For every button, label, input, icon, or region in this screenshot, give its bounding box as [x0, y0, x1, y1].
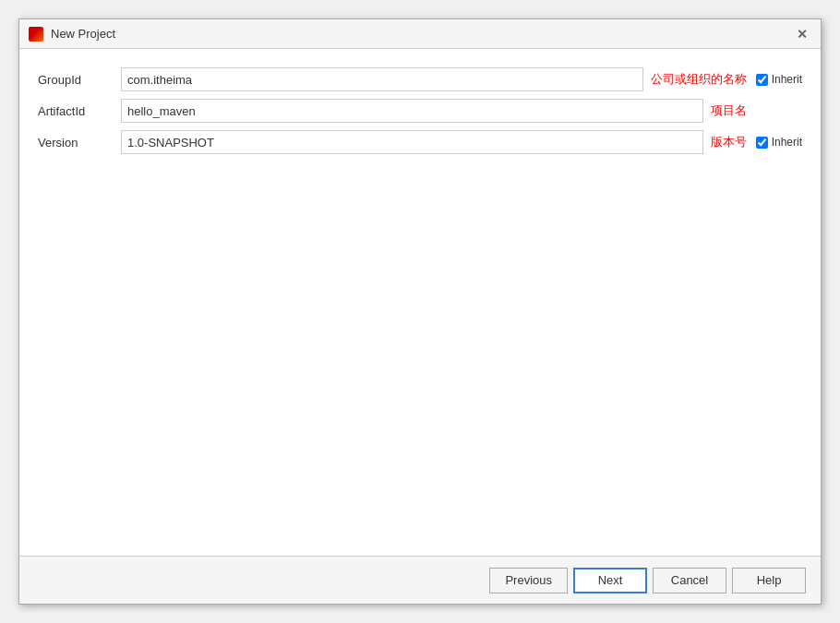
dialog-title: New Project	[51, 27, 115, 41]
title-bar: New Project ✕	[19, 19, 821, 49]
version-label: Version	[38, 136, 112, 150]
maven-icon	[29, 27, 43, 42]
next-button[interactable]: Next	[573, 568, 647, 593]
version-input-container: 版本号	[121, 130, 747, 154]
groupid-inherit-text: Inherit	[772, 73, 802, 86]
version-input[interactable]	[121, 130, 703, 154]
artifactid-input-container: 项目名	[121, 99, 747, 123]
groupid-annotation: 公司或组织的名称	[651, 71, 747, 88]
groupid-inherit-label[interactable]: Inherit	[756, 73, 802, 86]
artifactid-input[interactable]	[121, 99, 703, 123]
previous-button[interactable]: Previous	[489, 568, 568, 593]
version-inherit-checkbox[interactable]	[756, 137, 768, 149]
groupid-input[interactable]	[121, 67, 643, 91]
version-inherit-label[interactable]: Inherit	[756, 136, 802, 149]
new-project-dialog: New Project ✕ GroupId 公司或组织的名称 Inherit A…	[18, 18, 822, 605]
close-button[interactable]: ✕	[793, 25, 811, 43]
form-grid: GroupId 公司或组织的名称 Inherit ArtifactId 项目名 …	[38, 67, 802, 154]
artifactid-label: ArtifactId	[38, 104, 112, 118]
artifactid-annotation: 项目名	[711, 102, 747, 119]
version-annotation: 版本号	[711, 134, 747, 150]
content-area: GroupId 公司或组织的名称 Inherit ArtifactId 项目名 …	[19, 49, 821, 556]
groupid-inherit-checkbox[interactable]	[756, 74, 768, 86]
groupid-label: GroupId	[38, 73, 112, 87]
footer: Previous Next Cancel Help	[19, 556, 821, 604]
groupid-input-container: 公司或组织的名称	[121, 67, 747, 91]
title-bar-left: New Project	[29, 27, 115, 42]
version-inherit-text: Inherit	[772, 136, 802, 149]
cancel-button[interactable]: Cancel	[653, 568, 726, 593]
help-button[interactable]: Help	[732, 568, 806, 593]
